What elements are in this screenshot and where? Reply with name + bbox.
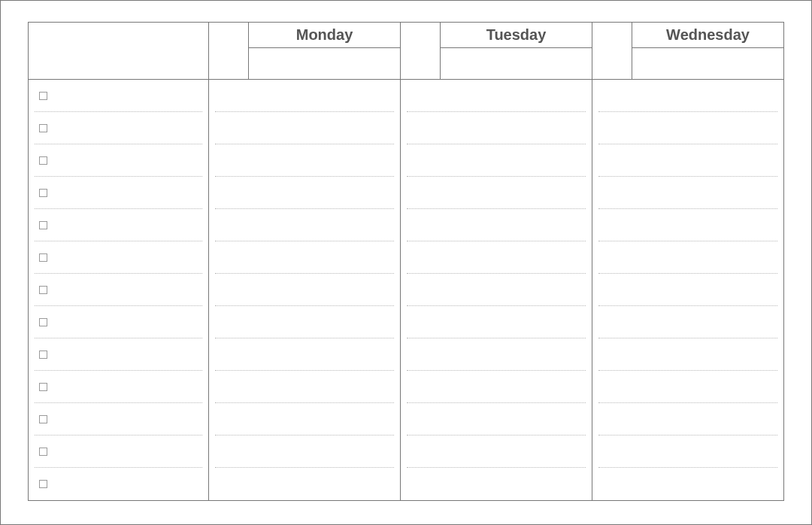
task-checkbox[interactable] <box>39 286 47 294</box>
task-cell <box>29 177 209 209</box>
day-cell-mon <box>209 403 401 435</box>
day-cell-mon <box>209 112 401 144</box>
day-cell-tue <box>401 338 592 371</box>
task-checkbox[interactable] <box>39 124 47 132</box>
task-cell <box>29 435 209 468</box>
day-cell-wed <box>592 371 783 403</box>
day-cell-mon <box>209 371 401 403</box>
day-cell-tue <box>401 306 592 338</box>
day-cell-mon <box>209 209 401 241</box>
day-cell-tue <box>401 177 592 209</box>
day-cell-tue <box>401 435 592 468</box>
task-checkbox[interactable] <box>39 480 47 488</box>
header-day-wednesday-gap-lower <box>592 48 632 79</box>
day-cell-wed <box>592 435 783 468</box>
planner-row <box>29 241 783 274</box>
task-cell <box>29 306 209 338</box>
planner-row <box>29 435 783 468</box>
day-cell-tue <box>401 241 592 274</box>
task-checkbox[interactable] <box>39 415 47 423</box>
task-cell <box>29 371 209 403</box>
header-day-monday-sub <box>248 48 400 79</box>
day-cell-tue <box>401 468 592 500</box>
day-cell-mon <box>209 435 401 468</box>
header-day-monday-gap <box>209 23 248 48</box>
day-cell-wed <box>592 468 783 500</box>
day-cell-wed <box>592 338 783 371</box>
planner-row <box>29 338 783 371</box>
planner-row <box>29 306 783 338</box>
day-cell-mon <box>209 241 401 274</box>
header-day-wednesday-gap <box>592 23 632 48</box>
day-cell-mon <box>209 306 401 338</box>
header-day-tuesday-gap <box>401 23 440 48</box>
header-day-monday-label: Monday <box>248 23 400 48</box>
day-cell-wed <box>592 306 783 338</box>
day-cell-wed <box>592 241 783 274</box>
task-cell <box>29 209 209 241</box>
task-cell <box>29 403 209 435</box>
day-cell-mon <box>209 274 401 306</box>
day-cell-wed <box>592 209 783 241</box>
task-cell <box>29 80 209 112</box>
weekly-planner: Monday Tuesday Wednesday <box>28 22 784 501</box>
day-cell-tue <box>401 144 592 177</box>
task-cell <box>29 241 209 274</box>
planner-rows <box>29 80 783 500</box>
day-cell-mon <box>209 338 401 371</box>
header-day-monday: Monday <box>209 23 401 79</box>
planner-row <box>29 112 783 144</box>
day-cell-wed <box>592 274 783 306</box>
header-day-tuesday-label: Tuesday <box>440 23 592 48</box>
day-cell-tue <box>401 80 592 112</box>
task-checkbox[interactable] <box>39 189 47 197</box>
planner-row <box>29 80 783 112</box>
day-cell-mon <box>209 177 401 209</box>
day-cell-tue <box>401 403 592 435</box>
header-day-tuesday-gap-lower <box>401 48 440 79</box>
day-cell-mon <box>209 80 401 112</box>
day-cell-wed <box>592 80 783 112</box>
task-checkbox[interactable] <box>39 92 47 100</box>
day-cell-wed <box>592 112 783 144</box>
planner-row <box>29 274 783 306</box>
task-checkbox[interactable] <box>39 221 47 229</box>
header-day-wednesday: Wednesday <box>592 23 783 79</box>
day-cell-tue <box>401 112 592 144</box>
task-checkbox[interactable] <box>39 448 47 456</box>
planner-row <box>29 371 783 403</box>
header-task-col <box>29 23 209 79</box>
header-day-wednesday-sub <box>632 48 783 79</box>
header-day-wednesday-label: Wednesday <box>632 23 783 48</box>
day-cell-tue <box>401 209 592 241</box>
task-checkbox[interactable] <box>39 383 47 391</box>
task-cell <box>29 338 209 371</box>
planner-row <box>29 468 783 500</box>
task-checkbox[interactable] <box>39 156 47 165</box>
task-checkbox[interactable] <box>39 351 47 359</box>
planner-row <box>29 209 783 241</box>
task-cell <box>29 468 209 500</box>
planner-header: Monday Tuesday Wednesday <box>29 23 783 80</box>
planner-row <box>29 177 783 209</box>
day-cell-tue <box>401 371 592 403</box>
header-day-monday-gap-lower <box>209 48 248 79</box>
header-day-tuesday: Tuesday <box>401 23 592 79</box>
day-cell-tue <box>401 274 592 306</box>
header-day-tuesday-sub <box>440 48 592 79</box>
day-cell-mon <box>209 144 401 177</box>
planner-row <box>29 403 783 435</box>
day-cell-wed <box>592 177 783 209</box>
day-cell-wed <box>592 144 783 177</box>
task-checkbox[interactable] <box>39 253 47 262</box>
planner-row <box>29 144 783 177</box>
task-cell <box>29 112 209 144</box>
task-cell <box>29 144 209 177</box>
day-cell-mon <box>209 468 401 500</box>
task-checkbox[interactable] <box>39 318 47 326</box>
day-cell-wed <box>592 403 783 435</box>
task-cell <box>29 274 209 306</box>
